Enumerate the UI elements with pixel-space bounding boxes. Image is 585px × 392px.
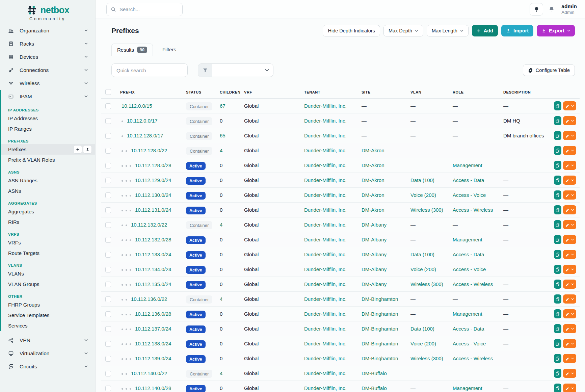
clone-button[interactable] — [554, 235, 561, 244]
tenant-link[interactable]: Dunder-Mifflin, Inc. — [304, 370, 347, 376]
clone-button[interactable] — [554, 161, 561, 170]
site-link[interactable]: DM-Akron — [362, 192, 384, 198]
site-link[interactable]: DM-Albany — [362, 252, 387, 257]
sidebar-item-ip-addresses[interactable]: IP Addresses — [1, 113, 95, 124]
sidebar-item-aggregates[interactable]: Aggregates — [1, 206, 95, 217]
prefix-link[interactable]: 10.112.134.0/24 — [135, 266, 171, 272]
import-prefix-mini-button[interactable] — [83, 145, 92, 154]
vlan-link[interactable]: Wireless (300) — [410, 207, 443, 213]
children-count-link[interactable]: 4 — [220, 296, 222, 302]
role-link[interactable]: Access - Wireless — [453, 281, 493, 287]
prefix-link[interactable]: 10.112.139.0/24 — [135, 356, 171, 361]
column-header-site[interactable]: SITE — [358, 85, 407, 99]
dark-mode-toggle-button[interactable] — [530, 3, 543, 16]
row-checkbox[interactable] — [105, 163, 111, 168]
sidebar-item-route-targets[interactable]: Route Targets — [1, 248, 95, 258]
row-checkbox[interactable] — [105, 207, 111, 213]
notifications-bell-icon[interactable] — [548, 6, 555, 13]
sidebar-group-virtualization[interactable]: Virtualization — [0, 347, 95, 360]
prefix-link[interactable]: 10.112.0.0/15 — [122, 103, 152, 109]
clone-button[interactable] — [554, 101, 561, 110]
site-link[interactable]: DM-Binghamton — [362, 311, 398, 317]
site-link[interactable]: DM-Buffalo — [362, 385, 387, 391]
row-checkbox[interactable] — [105, 371, 111, 376]
prefix-link[interactable]: 10.112.135.0/24 — [135, 281, 171, 287]
prefix-link[interactable]: 10.112.128.0/28 — [135, 162, 171, 168]
prefix-link[interactable]: 10.112.130.0/24 — [135, 192, 171, 198]
sidebar-item-asns[interactable]: ASNs — [1, 186, 95, 196]
row-checkbox[interactable] — [105, 192, 111, 198]
role-link[interactable]: Access - Voice — [453, 192, 486, 198]
clone-button[interactable] — [554, 205, 561, 214]
clone-button[interactable] — [554, 339, 561, 348]
edit-button[interactable] — [563, 324, 576, 333]
role-link[interactable]: Access - Wireless — [453, 207, 493, 213]
edit-button[interactable] — [563, 280, 576, 289]
site-link[interactable]: DM-Albany — [362, 222, 387, 228]
site-link[interactable]: DM-Binghamton — [362, 356, 398, 361]
export-dropdown-button[interactable]: Export — [537, 25, 575, 36]
clone-button[interactable] — [554, 176, 561, 185]
configure-table-button[interactable]: Configure Table — [523, 64, 575, 76]
tenant-link[interactable]: Dunder-Mifflin, Inc. — [304, 326, 347, 332]
site-link[interactable]: DM-Buffalo — [362, 370, 387, 376]
column-header-role[interactable]: ROLE — [449, 85, 500, 99]
site-link[interactable]: DM-Binghamton — [362, 296, 398, 302]
site-link[interactable]: DM-Akron — [362, 162, 384, 168]
site-link[interactable]: DM-Albany — [362, 281, 387, 287]
edit-button[interactable] — [563, 205, 576, 214]
sidebar-item-services[interactable]: Services — [1, 320, 95, 331]
tenant-link[interactable]: Dunder-Mifflin, Inc. — [304, 311, 347, 317]
row-checkbox[interactable] — [105, 222, 111, 228]
edit-button[interactable] — [563, 176, 576, 185]
column-header-status[interactable]: STATUS — [183, 85, 216, 99]
vlan-link[interactable]: Data (100) — [410, 326, 434, 332]
clone-button[interactable] — [554, 294, 561, 304]
tenant-link[interactable]: Dunder-Mifflin, Inc. — [304, 207, 347, 213]
clone-button[interactable] — [554, 384, 561, 392]
clone-button[interactable] — [554, 190, 561, 200]
site-link[interactable]: DM-Binghamton — [362, 326, 398, 332]
tenant-link[interactable]: Dunder-Mifflin, Inc. — [304, 356, 347, 361]
clone-button[interactable] — [554, 220, 561, 229]
edit-button[interactable] — [563, 146, 576, 155]
edit-button[interactable] — [563, 339, 576, 348]
vlan-link[interactable]: Voice (200) — [410, 266, 436, 272]
site-link[interactable]: DM-Akron — [362, 148, 384, 153]
site-link[interactable]: DM-Albany — [362, 266, 387, 272]
tab-results[interactable]: Results 90 — [111, 44, 153, 56]
edit-button[interactable] — [563, 265, 576, 274]
role-link[interactable]: Access - Voice — [453, 266, 486, 272]
column-header-children[interactable]: CHILDREN — [216, 85, 241, 99]
row-checkbox[interactable] — [105, 178, 111, 183]
prefix-link[interactable]: 10.112.129.0/24 — [135, 177, 171, 183]
prefix-link[interactable]: 10.112.137.0/24 — [135, 326, 171, 332]
site-link[interactable]: DM-Binghamton — [362, 341, 398, 346]
row-checkbox[interactable] — [105, 133, 111, 139]
filter-button[interactable] — [198, 64, 212, 77]
prefix-link[interactable]: 10.112.136.0/22 — [131, 296, 167, 302]
tenant-link[interactable]: Dunder-Mifflin, Inc. — [304, 118, 347, 124]
site-link[interactable]: DM-Akron — [362, 207, 384, 213]
row-checkbox[interactable] — [105, 356, 111, 362]
sidebar-group-vpn[interactable]: VPN — [0, 334, 95, 347]
column-header-prefix[interactable]: PREFIX — [117, 85, 183, 99]
clone-button[interactable] — [554, 324, 561, 333]
role-link[interactable]: Management — [453, 237, 482, 242]
sidebar-item-vlans[interactable]: VLANs — [1, 268, 95, 279]
row-checkbox[interactable] — [105, 118, 111, 124]
global-search[interactable] — [106, 3, 183, 16]
site-link[interactable]: DM-Albany — [362, 237, 387, 242]
edit-button[interactable] — [563, 116, 576, 125]
prefix-link[interactable]: 10.112.140.0/28 — [135, 385, 171, 391]
row-checkbox[interactable] — [105, 296, 111, 302]
max-depth-dropdown[interactable]: Max Depth — [383, 25, 423, 36]
clone-button[interactable] — [554, 309, 561, 318]
sidebar-group-devices[interactable]: Devices — [0, 50, 95, 63]
edit-button[interactable] — [563, 235, 576, 244]
role-link[interactable]: Access - Wireless — [453, 356, 493, 361]
sidebar-group-wireless[interactable]: Wireless — [0, 77, 95, 90]
row-checkbox[interactable] — [105, 267, 111, 272]
hide-depth-indicators-button[interactable]: Hide Depth Indicators — [323, 25, 380, 36]
filter-select-dropdown[interactable] — [212, 64, 273, 77]
